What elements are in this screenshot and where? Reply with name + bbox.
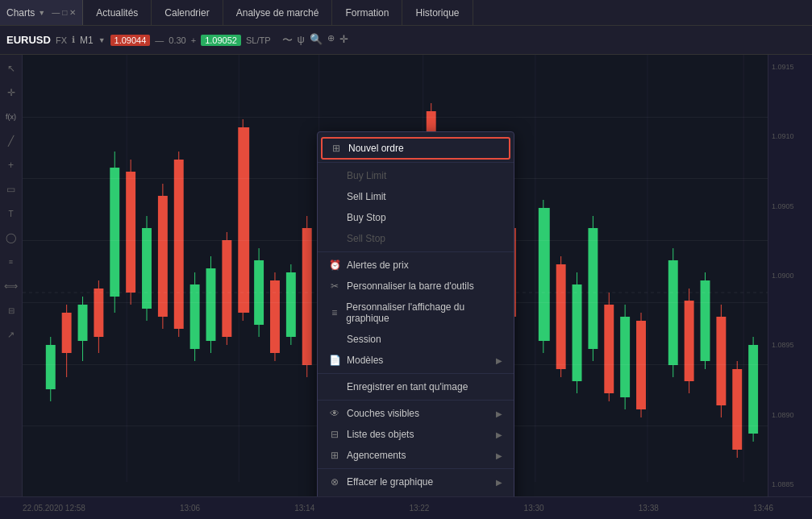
- menu-price-alerts[interactable]: ⏰ Alertes de prix: [318, 255, 514, 276]
- menu-models-label: Modèles: [347, 355, 383, 366]
- price-level-4: 1.0900: [772, 272, 809, 280]
- sidebar-line-icon[interactable]: ╱: [2, 132, 20, 150]
- toolbar: EURUSD FX ℹ M1 ▼ 1.09044 — 0.30 + 1.0905…: [0, 26, 812, 55]
- svg-rect-73: [685, 301, 694, 381]
- svg-rect-15: [94, 289, 103, 337]
- menu-sell-stop-label: Sell Stop: [347, 233, 385, 244]
- svg-rect-59: [556, 264, 566, 369]
- time-label-0: 22.05.2020 12:58: [23, 504, 85, 513]
- info-icon[interactable]: ℹ: [72, 35, 75, 45]
- sidebar-share-icon[interactable]: ↗: [2, 326, 20, 343]
- time-labels: 22.05.2020 12:58 13:06 13:14 13:22 13:30…: [23, 504, 789, 513]
- models-icon: 📄: [329, 355, 340, 366]
- clear-chart-arrow-icon: ▶: [496, 478, 502, 487]
- svg-rect-25: [174, 160, 184, 329]
- nav-actualites[interactable]: Actualités: [83, 0, 152, 25]
- nav-formation[interactable]: Formation: [332, 0, 402, 25]
- close-icon[interactable]: ✕: [69, 8, 76, 17]
- timeframe-dropdown-icon[interactable]: ▼: [98, 36, 106, 44]
- objects-list-arrow-icon: ▶: [496, 430, 502, 439]
- bid-price: 1.09044: [110, 35, 151, 46]
- menu-buy-stop-label: Buy Stop: [347, 212, 386, 223]
- menu-sep-2: [318, 251, 514, 252]
- menu-layouts[interactable]: ⊞ Agencements ▶: [318, 445, 514, 466]
- svg-rect-63: [588, 228, 598, 349]
- price-level-7: 1.0885: [772, 480, 809, 488]
- indicator-icon[interactable]: ψ: [298, 33, 305, 48]
- menu-customize-display-label: Personnaliser l'affichage du graphique: [346, 301, 502, 324]
- minimize-icon[interactable]: —: [52, 8, 60, 17]
- menu-restore-default[interactable]: Restaurer par défaut: [318, 492, 514, 496]
- customize-display-icon: ≡: [329, 307, 339, 318]
- menu-sep-1: [318, 162, 514, 163]
- sidebar-text-icon[interactable]: T: [2, 205, 20, 222]
- menu-customize-display[interactable]: ≡ Personnaliser l'affichage du graphique: [318, 297, 514, 329]
- svg-rect-39: [286, 272, 296, 337]
- nav-historique[interactable]: Historique: [402, 0, 473, 25]
- price-level-3: 1.0905: [772, 202, 809, 210]
- menu-clear-chart-label: Effacer le graphique: [347, 476, 433, 488]
- svg-rect-61: [573, 284, 582, 381]
- svg-rect-37: [270, 280, 280, 353]
- sidebar-layers-icon[interactable]: ⊟: [2, 301, 20, 319]
- price-level-2: 1.0910: [772, 132, 809, 140]
- charts-tab[interactable]: Charts ▼ — □ ✕: [0, 0, 83, 25]
- svg-rect-31: [222, 240, 231, 337]
- svg-rect-13: [78, 305, 88, 341]
- svg-rect-65: [604, 305, 614, 393]
- sidebar-plus-icon[interactable]: +: [2, 156, 20, 174]
- models-arrow-icon: ▶: [496, 356, 502, 365]
- sidebar-crosshair-icon[interactable]: ✛: [2, 84, 20, 102]
- menu-buy-stop[interactable]: Buy Stop: [318, 207, 514, 228]
- layouts-icon: ⊞: [329, 450, 340, 461]
- sidebar-fx-icon[interactable]: f(x): [2, 108, 20, 126]
- timeframe[interactable]: M1: [80, 35, 94, 46]
- zoom-in-icon[interactable]: ⊕: [327, 33, 335, 48]
- menu-sep-3: [318, 373, 514, 374]
- dropdown-icon[interactable]: ▼: [38, 9, 45, 17]
- maximize-icon[interactable]: □: [62, 8, 67, 17]
- sidebar-ellipse-icon[interactable]: ◯: [2, 229, 20, 247]
- menu-customize-toolbar[interactable]: ✂ Personnaliser la barre d'outils: [318, 276, 514, 297]
- menu-objects-list[interactable]: ⊟ Liste des objets ▶: [318, 424, 514, 445]
- svg-rect-67: [620, 317, 630, 397]
- wave-icon[interactable]: 〜: [282, 33, 293, 48]
- left-sidebar: ↖ ✛ f(x) ╱ + ▭ T ◯ ≡ ⟺ ⊟ ↗: [0, 55, 23, 496]
- sidebar-cursor-icon[interactable]: ↖: [2, 60, 20, 77]
- svg-rect-33: [238, 127, 249, 313]
- svg-rect-17: [110, 168, 119, 297]
- sidebar-fib-icon[interactable]: ≡: [2, 253, 20, 271]
- price-level-1: 1.0915: [772, 63, 809, 71]
- menu-save-image-label: Enregistrer en tant qu'image: [347, 381, 468, 392]
- menu-price-alerts-label: Alertes de prix: [347, 260, 409, 271]
- time-label-6: 13:46: [753, 504, 773, 513]
- time-axis: 22.05.2020 12:58 13:06 13:14 13:22 13:30…: [0, 496, 812, 519]
- nav-calendrier[interactable]: Calendrier: [152, 0, 223, 25]
- menu-session-label: Session: [347, 334, 381, 345]
- zoom-out-icon[interactable]: 🔍: [310, 33, 323, 48]
- menu-clear-chart[interactable]: ⊗ Effacer le graphique ▶: [318, 471, 514, 492]
- time-label-1: 13:06: [180, 504, 200, 513]
- crosshair-toolbar-icon[interactable]: ✛: [339, 33, 348, 48]
- menu-save-image[interactable]: Enregistrer en tant qu'image: [318, 376, 514, 397]
- menu-layouts-label: Agencements: [347, 450, 406, 461]
- menu-session[interactable]: Session: [318, 329, 514, 350]
- menu-sell-limit[interactable]: Sell Limit: [318, 186, 514, 207]
- menu-visible-layers[interactable]: 👁 Couches visibles ▶: [318, 403, 514, 424]
- visible-layers-arrow-icon: ▶: [496, 409, 502, 418]
- nav-analyse[interactable]: Analyse de marché: [223, 0, 333, 25]
- svg-rect-69: [636, 321, 646, 409]
- time-label-4: 13:30: [524, 504, 544, 513]
- menu-models[interactable]: 📄 Modèles ▶: [318, 350, 514, 371]
- svg-rect-11: [62, 313, 72, 353]
- menu-new-order[interactable]: ⊞ Nouvel ordre: [321, 137, 510, 160]
- menu-sep-5: [318, 468, 514, 469]
- sidebar-rect-icon[interactable]: ▭: [2, 181, 20, 198]
- menu-buy-limit: Buy Limit: [318, 165, 514, 186]
- price-alerts-icon: ⏰: [329, 260, 340, 271]
- svg-rect-27: [190, 284, 200, 349]
- menu-visible-layers-label: Couches visibles: [347, 408, 419, 419]
- svg-rect-21: [142, 228, 152, 309]
- chart-canvas[interactable]: ⊞ Nouvel ordre Buy Limit Sell Limit Buy …: [23, 55, 768, 496]
- sidebar-measure-icon[interactable]: ⟺: [2, 277, 20, 295]
